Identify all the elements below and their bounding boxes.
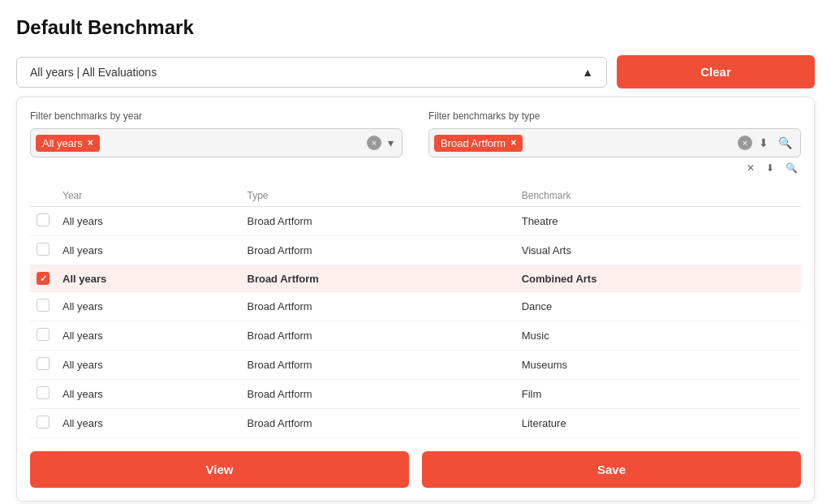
row-checkbox-4[interactable] bbox=[30, 321, 56, 351]
row-year-6: All years bbox=[56, 380, 241, 409]
year-tag-remove[interactable]: × bbox=[88, 137, 93, 149]
col-benchmark: Benchmark bbox=[515, 185, 801, 207]
table-row[interactable]: All years Broad Artform Theatre bbox=[30, 207, 801, 236]
row-benchmark-2: Combined Arts bbox=[515, 265, 801, 292]
row-type-2: Broad Artform bbox=[241, 265, 515, 292]
row-checkbox-5[interactable] bbox=[30, 351, 56, 380]
checkbox-3[interactable] bbox=[37, 299, 50, 312]
type-filter-col: Filter benchmarks by type Broad Artform … bbox=[428, 110, 801, 175]
page-container: Default Benchmark All years | All Evalua… bbox=[0, 0, 831, 504]
checkbox-1[interactable] bbox=[37, 243, 50, 256]
checkbox-7[interactable] bbox=[37, 416, 50, 429]
save-button[interactable]: Save bbox=[422, 451, 801, 488]
col-check bbox=[30, 185, 56, 207]
row-benchmark-6: Film bbox=[515, 380, 801, 409]
page-title: Default Benchmark bbox=[16, 16, 815, 39]
type-clear-icon[interactable]: × bbox=[738, 136, 752, 150]
filter-summary-text: All years | All Evaluations bbox=[30, 66, 157, 79]
table-row[interactable]: All years Broad Artform Music bbox=[30, 321, 801, 351]
year-tag-actions: × ▾ bbox=[367, 135, 397, 151]
row-checkbox-0[interactable] bbox=[30, 207, 56, 236]
year-clear-icon[interactable]: × bbox=[367, 136, 381, 150]
row-year-5: All years bbox=[56, 351, 241, 380]
year-tag-select[interactable]: All years × × ▾ bbox=[30, 128, 403, 157]
table-row[interactable]: All years Broad Artform Dance bbox=[30, 292, 801, 321]
type-tag-remove[interactable]: × bbox=[510, 137, 516, 149]
type-download-icon[interactable]: ⬇ bbox=[756, 135, 772, 151]
type-tag-select[interactable]: Broad Artform × × ⬇ 🔍 bbox=[428, 128, 801, 157]
year-filter-label: Filter benchmarks by year bbox=[30, 110, 403, 122]
table-row[interactable]: All years Broad Artform Visual Arts bbox=[30, 236, 801, 265]
type-tag-actions: × ⬇ 🔍 bbox=[738, 135, 795, 151]
row-benchmark-5: Museums bbox=[515, 351, 801, 380]
type-search-icon2[interactable]: 🔍 bbox=[782, 161, 801, 175]
col-year: Year bbox=[56, 185, 241, 207]
top-bar: All years | All Evaluations ▲ Clear bbox=[0, 47, 831, 97]
filter-summary-button[interactable]: All years | All Evaluations ▲ bbox=[16, 57, 607, 88]
row-checkbox-7[interactable] bbox=[30, 409, 56, 438]
type-tag-text: Broad Artform bbox=[441, 137, 506, 149]
year-tag-text: All years bbox=[42, 137, 83, 149]
row-benchmark-1: Visual Arts bbox=[515, 236, 801, 265]
row-checkbox-2[interactable] bbox=[30, 265, 56, 292]
col-type: Type bbox=[241, 185, 515, 207]
type-filter-label: Filter benchmarks by type bbox=[428, 110, 801, 122]
row-type-4: Broad Artform bbox=[241, 321, 515, 351]
row-type-3: Broad Artform bbox=[241, 292, 515, 321]
year-filter-col: Filter benchmarks by year All years × × … bbox=[30, 110, 403, 175]
row-benchmark-4: Music bbox=[515, 321, 801, 351]
table-row[interactable]: All years Broad Artform Museums bbox=[30, 351, 801, 380]
row-benchmark-7: Literature bbox=[515, 409, 801, 438]
benchmark-table: Year Type Benchmark All years Broad Artf… bbox=[30, 185, 801, 438]
year-chevron-down-icon[interactable]: ▾ bbox=[385, 135, 397, 151]
row-year-0: All years bbox=[56, 207, 241, 236]
year-tag: All years × bbox=[36, 135, 100, 152]
row-checkbox-6[interactable] bbox=[30, 380, 56, 409]
table-row[interactable]: All years Broad Artform Literature bbox=[30, 409, 801, 438]
type-search-icon[interactable]: 🔍 bbox=[775, 135, 795, 151]
row-benchmark-0: Theatre bbox=[515, 207, 801, 236]
chevron-up-icon: ▲ bbox=[582, 66, 593, 79]
panel-bottom-buttons: View Save bbox=[30, 451, 801, 488]
row-type-7: Broad Artform bbox=[241, 409, 515, 438]
row-type-0: Broad Artform bbox=[241, 207, 515, 236]
type-tag: Broad Artform × bbox=[434, 135, 523, 152]
row-year-1: All years bbox=[56, 236, 241, 265]
row-benchmark-3: Dance bbox=[515, 292, 801, 321]
row-type-5: Broad Artform bbox=[241, 351, 515, 380]
filter-panel: Filter benchmarks by year All years × × … bbox=[16, 97, 815, 502]
checkbox-2[interactable] bbox=[37, 272, 50, 285]
clear-button[interactable]: Clear bbox=[617, 55, 815, 88]
checkbox-4[interactable] bbox=[37, 328, 50, 341]
row-year-4: All years bbox=[56, 321, 241, 351]
table-row[interactable]: All years Broad Artform Combined Arts bbox=[30, 265, 801, 292]
row-year-3: All years bbox=[56, 292, 241, 321]
checkbox-0[interactable] bbox=[37, 213, 50, 226]
row-type-1: Broad Artform bbox=[241, 236, 515, 265]
page-header: Default Benchmark bbox=[0, 0, 831, 47]
row-year-2: All years bbox=[56, 265, 241, 292]
type-x-icon[interactable]: ✕ bbox=[743, 161, 758, 175]
row-checkbox-1[interactable] bbox=[30, 236, 56, 265]
filter-labels-row: Filter benchmarks by year All years × × … bbox=[30, 110, 801, 175]
row-type-6: Broad Artform bbox=[241, 380, 515, 409]
view-button[interactable]: View bbox=[30, 451, 409, 488]
row-checkbox-3[interactable] bbox=[30, 292, 56, 321]
checkbox-5[interactable] bbox=[37, 357, 50, 370]
type-dl-icon2[interactable]: ⬇ bbox=[763, 161, 777, 175]
row-year-7: All years bbox=[56, 409, 241, 438]
checkbox-6[interactable] bbox=[37, 386, 50, 399]
table-row[interactable]: All years Broad Artform Film bbox=[30, 380, 801, 409]
